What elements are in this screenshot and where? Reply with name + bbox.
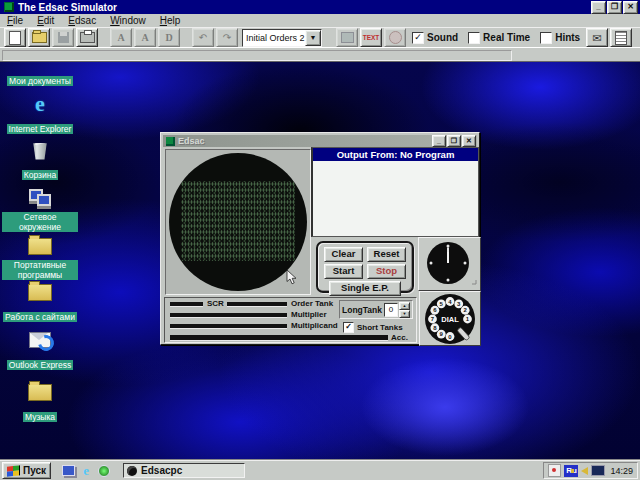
- system-tray: Ru 14:29: [543, 462, 638, 479]
- redo-button[interactable]: ↷: [216, 28, 238, 47]
- desktop-icon-outlook-express[interactable]: Outlook Express: [2, 328, 78, 372]
- chevron-down-icon[interactable]: ▼: [305, 30, 321, 46]
- tape-button[interactable]: [336, 28, 358, 47]
- undo-button[interactable]: ↶: [192, 28, 214, 47]
- letter-a-icon: A: [141, 32, 148, 43]
- short-tanks-checkbox-box[interactable]: ✓: [343, 322, 354, 333]
- menu-window[interactable]: Window: [103, 15, 153, 26]
- memory-dots: [181, 181, 295, 261]
- clock-panel: [418, 237, 481, 291]
- new-button[interactable]: [4, 28, 26, 47]
- text-button[interactable]: TEXT: [360, 28, 382, 47]
- desktop-icon-network-neighborhood[interactable]: Сетевое окружение: [2, 186, 78, 234]
- notes-button[interactable]: [610, 28, 632, 47]
- restore-button[interactable]: ❐: [607, 1, 622, 14]
- dropdown-value: Initial Orders 2: [243, 33, 305, 43]
- desktop-icon-music-folder[interactable]: Музыка: [2, 380, 78, 424]
- reset-button[interactable]: Reset: [367, 247, 406, 262]
- mail-button[interactable]: ✉: [586, 28, 608, 47]
- toolbar-separator: [181, 37, 191, 38]
- letter-a-icon: A: [117, 32, 124, 43]
- long-tank-up-button[interactable]: ▲: [399, 302, 410, 310]
- tanks-panel: SCR Order Tank Multiplier Multiplicand A…: [164, 297, 417, 343]
- desktop-icon-my-documents[interactable]: Мои документы: [2, 70, 78, 88]
- save-button[interactable]: [52, 28, 74, 47]
- dial-tool-button[interactable]: [384, 28, 406, 47]
- menu-edsac[interactable]: Edsac: [61, 15, 103, 26]
- volume-icon[interactable]: [581, 467, 588, 475]
- secondary-toolbar: [0, 47, 640, 62]
- internet-explorer-icon: e: [35, 93, 45, 115]
- scheduler-tray-icon[interactable]: [548, 464, 561, 477]
- start-button[interactable]: Пуск: [2, 462, 51, 479]
- scr-tank-bar: [170, 302, 203, 306]
- edit-tool-1-button[interactable]: A: [110, 28, 132, 47]
- output-header: Output From: No Program: [313, 148, 478, 161]
- open-button[interactable]: [28, 28, 50, 47]
- minimize-button[interactable]: _: [591, 1, 606, 14]
- folder-icon: [28, 238, 52, 255]
- desktop-icon-portable-programs-folder[interactable]: Портативные программы: [2, 234, 78, 282]
- long-tank-label: LongTank: [342, 305, 382, 315]
- edsacpc-task-button[interactable]: Edsacpc: [123, 463, 245, 478]
- dial-center-label: DIAL: [441, 314, 459, 323]
- hints-checkbox[interactable]: Hints: [540, 32, 580, 44]
- app-title: The Edsac Simulator: [18, 2, 117, 13]
- desktop-icon-label: Работа с сайтами: [3, 312, 77, 322]
- stop-button[interactable]: Stop: [367, 264, 406, 279]
- multiplier-label: Multiplier: [291, 310, 327, 319]
- sim-maximize-button[interactable]: ❐: [447, 135, 461, 147]
- realtime-checkbox-label: Real Time: [483, 32, 530, 43]
- desktop-icon-site-work-folder[interactable]: Работа с сайтами: [2, 280, 78, 324]
- desktop-icon-internet-explorer[interactable]: eInternet Explorer: [2, 92, 78, 136]
- internet-explorer-quicklaunch-icon[interactable]: e: [79, 464, 93, 478]
- desktop-icon-label: Корзина: [22, 170, 58, 180]
- desktop-icon-label: Портативные программы: [2, 260, 78, 280]
- sim-minimize-button[interactable]: _: [432, 135, 446, 147]
- network-icon: [29, 188, 51, 208]
- initial-orders-dropdown[interactable]: Initial Orders 2▼: [242, 29, 322, 47]
- toolbar-separator: [99, 37, 109, 38]
- rotary-dial-icon[interactable]: 1234567890DIAL: [422, 293, 478, 345]
- close-button[interactable]: ✕: [623, 1, 638, 14]
- desktop-icon-recycle-bin[interactable]: Корзина: [2, 138, 78, 182]
- undo-arrow-icon: ↶: [199, 33, 207, 43]
- accumulator-label: Acc.: [391, 333, 408, 342]
- desktop-icon-label: Internet Explorer: [7, 124, 74, 134]
- print-icon: [80, 32, 95, 43]
- telephone-dial-panel[interactable]: 1234567890DIAL: [419, 291, 481, 346]
- letter-d-icon: D: [165, 32, 172, 43]
- menu-help[interactable]: Help: [153, 15, 188, 26]
- accumulator-bar: [170, 335, 388, 340]
- display-tray-icon[interactable]: [591, 465, 605, 476]
- show-desktop-icon[interactable]: [61, 464, 75, 478]
- long-tank-value[interactable]: 0: [384, 303, 398, 317]
- realtime-checkbox[interactable]: Real Time: [468, 32, 530, 44]
- crt-monitor-panel: [165, 149, 311, 295]
- sim-close-button[interactable]: ✕: [462, 135, 476, 147]
- task-button-label: Edsacpc: [141, 465, 182, 476]
- edit-tool-2-button[interactable]: A: [134, 28, 156, 47]
- sound-checkbox[interactable]: ✓Sound: [412, 32, 458, 44]
- status-strip: [2, 50, 512, 61]
- realtime-checkbox-box[interactable]: [468, 32, 480, 44]
- tape-icon: [341, 32, 354, 43]
- sim-titlebar[interactable]: Edsac _ ❐ ✕: [163, 135, 477, 147]
- print-button[interactable]: [76, 28, 98, 47]
- menu-edit[interactable]: Edit: [30, 15, 61, 26]
- edit-tool-3-button[interactable]: D: [158, 28, 180, 47]
- start-button[interactable]: Start: [324, 264, 363, 279]
- output-panel: Output From: No Program: [311, 147, 479, 237]
- multiplicand-bar: [170, 324, 287, 328]
- long-tank-down-button[interactable]: ▼: [399, 310, 410, 318]
- mouse-cursor-icon: [286, 270, 298, 285]
- hints-checkbox-box[interactable]: [540, 32, 552, 44]
- tray-clock[interactable]: 14:29: [610, 466, 633, 476]
- sound-checkbox-box[interactable]: ✓: [412, 32, 424, 44]
- menu-file[interactable]: File: [0, 15, 30, 26]
- scr-label: SCR: [207, 299, 224, 308]
- single-ep-button[interactable]: Single E.P.: [329, 281, 401, 296]
- channels-icon[interactable]: [97, 464, 111, 478]
- short-tanks-checkbox[interactable]: ✓ Short Tanks: [343, 322, 403, 333]
- clear-button[interactable]: Clear: [324, 247, 363, 262]
